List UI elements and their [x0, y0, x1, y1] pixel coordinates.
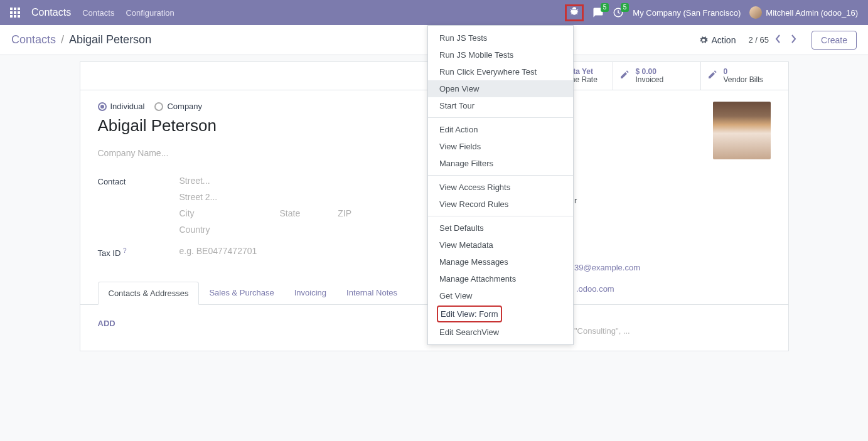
- activities-icon[interactable]: 5: [613, 7, 624, 18]
- tab-internal-notes[interactable]: Internal Notes: [336, 282, 407, 304]
- menu-view-record-rules[interactable]: View Record Rules: [428, 196, 573, 213]
- contact-photo[interactable]: [713, 102, 771, 159]
- menu-run-js-mobile[interactable]: Run JS Mobile Tests: [428, 46, 573, 63]
- email-peek[interactable]: 39@example.com: [574, 263, 640, 272]
- radio-icon: [154, 102, 163, 111]
- street-input[interactable]: Street...: [179, 176, 415, 186]
- radio-icon: [98, 102, 107, 111]
- tags-peek[interactable]: "Consulting", ...: [574, 326, 630, 336]
- action-label: Action: [712, 35, 736, 45]
- activities-badge: 5: [621, 3, 630, 12]
- menu-manage-attachments[interactable]: Manage Attachments: [428, 270, 573, 287]
- nav-configuration[interactable]: Configuration: [126, 8, 174, 18]
- pencil-icon: [707, 70, 717, 83]
- apps-icon[interactable]: [10, 8, 20, 18]
- radio-company[interactable]: Company: [154, 102, 202, 111]
- pencil-icon: [619, 70, 630, 83]
- company-switcher[interactable]: My Company (San Francisco): [633, 8, 741, 18]
- breadcrumb-root[interactable]: Contacts: [11, 33, 56, 46]
- menu-view-metadata[interactable]: View Metadata: [428, 236, 573, 253]
- messages-badge: 5: [601, 3, 609, 12]
- debug-icon[interactable]: [565, 4, 584, 21]
- breadcrumb-sep: /: [61, 33, 64, 46]
- menu-run-js[interactable]: Run JS Tests: [428, 29, 573, 46]
- tab-sales-purchase[interactable]: Sales & Purchase: [199, 282, 284, 304]
- pager-text: 2 / 65: [748, 35, 769, 45]
- country-input[interactable]: Country: [179, 225, 415, 235]
- state-input[interactable]: State: [280, 208, 301, 218]
- menu-get-view[interactable]: Get View: [428, 287, 573, 304]
- pager: 2 / 65: [748, 35, 799, 45]
- street2-input[interactable]: Street 2...: [179, 192, 415, 202]
- menu-start-tour[interactable]: Start Tour: [428, 97, 573, 114]
- contact-label: Contact: [98, 176, 179, 235]
- breadcrumb-current: Abigail Peterson: [69, 33, 151, 46]
- zip-input[interactable]: ZIP: [338, 208, 351, 218]
- city-input[interactable]: City: [179, 208, 242, 218]
- pager-prev[interactable]: [773, 35, 784, 45]
- tab-contacts-addresses[interactable]: Contacts & Addresses: [98, 282, 200, 305]
- taxid-label: Tax ID ?: [98, 246, 179, 258]
- menu-edit-action[interactable]: Edit Action: [428, 121, 573, 138]
- menu-open-view[interactable]: Open View: [428, 80, 573, 97]
- menu-run-click-everywhere[interactable]: Run Click Everywhere Test: [428, 63, 573, 80]
- avatar: [749, 6, 762, 19]
- user-menu[interactable]: Mitchell Admin (odoo_16): [749, 6, 858, 19]
- menu-manage-filters[interactable]: Manage Filters: [428, 155, 573, 172]
- taxid-input[interactable]: e.g. BE0477472701: [179, 246, 415, 256]
- debug-dropdown: Run JS Tests Run JS Mobile Tests Run Cli…: [427, 25, 574, 345]
- website-peek[interactable]: .odoo.com: [576, 284, 614, 294]
- stat-vendor[interactable]: 0 Vendor Bills: [700, 62, 788, 90]
- pager-next[interactable]: [788, 35, 799, 45]
- menu-set-defaults[interactable]: Set Defaults: [428, 220, 573, 236]
- gear-icon: [699, 36, 708, 45]
- breadcrumb: Contacts / Abigail Peterson: [11, 33, 151, 46]
- app-brand[interactable]: Contacts: [31, 7, 71, 18]
- menu-edit-view-form[interactable]: Edit View: Form: [437, 306, 502, 322]
- top-navbar: Contacts Contacts Configuration 5 5 My C…: [0, 0, 868, 25]
- action-dropdown[interactable]: Action: [699, 35, 736, 45]
- create-button[interactable]: Create: [812, 31, 857, 50]
- add-button[interactable]: ADD: [98, 319, 115, 328]
- stat-ontime[interactable]: ata Yet me Rate: [569, 62, 613, 90]
- radio-individual[interactable]: Individual: [98, 102, 145, 111]
- menu-edit-searchview[interactable]: Edit SearchView: [428, 324, 573, 341]
- menu-view-access-rights[interactable]: View Access Rights: [428, 179, 573, 196]
- value-peek: r: [574, 196, 577, 205]
- menu-view-fields[interactable]: View Fields: [428, 138, 573, 155]
- stat-invoiced[interactable]: $ 0.00 Invoiced: [613, 62, 700, 90]
- user-name: Mitchell Admin (odoo_16): [766, 8, 858, 18]
- menu-manage-messages[interactable]: Manage Messages: [428, 253, 573, 270]
- messages-icon[interactable]: 5: [592, 7, 604, 18]
- tab-invoicing[interactable]: Invoicing: [284, 282, 336, 304]
- nav-contacts[interactable]: Contacts: [82, 8, 114, 18]
